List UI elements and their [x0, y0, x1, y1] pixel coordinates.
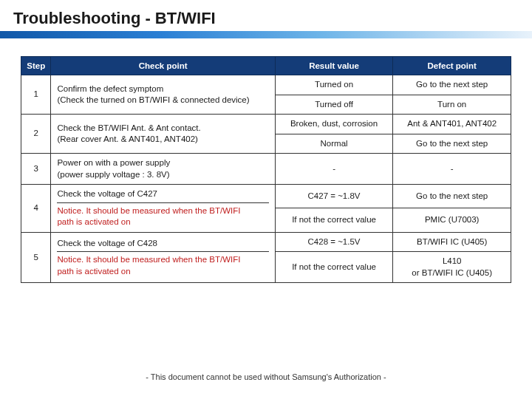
table-container: Step Check point Result value Defect poi…	[0, 43, 532, 283]
notice-text: Notice. It should be measured when the B…	[57, 255, 240, 264]
defect-point: BT/WIFI IC (U405)	[393, 232, 511, 252]
step-num: 5	[21, 232, 51, 283]
table-row: 1 Confirm the defect symptom (Check the …	[21, 75, 511, 95]
page-title: Troubleshooting - BT/WIFI	[13, 9, 519, 28]
col-check: Check point	[51, 57, 275, 75]
notice-text: Notice. It should be measured when the B…	[57, 206, 240, 215]
check-text: Check the voltage of C428	[57, 239, 157, 248]
table-row: 2 Check the BT/WIFI Ant. & Ant contact. …	[21, 115, 511, 134]
col-defect: Defect point	[393, 57, 511, 75]
check-point: Check the BT/WIFI Ant. & Ant contact. (R…	[51, 115, 275, 154]
result-value: C427 = ~1.8V	[275, 185, 393, 208]
inner-divider	[57, 251, 268, 252]
defect-point: L410 or BT/WIFI IC (U405)	[393, 252, 511, 283]
col-result: Result value	[275, 57, 393, 75]
check-text: Check the voltage of C427	[57, 189, 157, 198]
result-value: C428 = ~1.5V	[275, 232, 393, 252]
table-row: 5 Check the voltage of C428 Notice. It s…	[21, 232, 511, 252]
check-text: (power supply voltage : 3. 8V)	[57, 170, 169, 179]
footer-text: - This document cannot be used without S…	[0, 372, 532, 381]
defect-point: Go to the next step	[393, 185, 511, 208]
col-step: Step	[21, 57, 51, 75]
defect-point: Go to the next step	[393, 134, 511, 154]
check-text: (Check the turned on BT/WIFI & connected…	[57, 95, 249, 104]
check-text: Check the BT/WIFI Ant. & Ant contact.	[57, 123, 200, 132]
troubleshooting-table: Step Check point Result value Defect poi…	[21, 56, 511, 283]
inner-divider	[57, 202, 268, 203]
result-value: Turned on	[275, 75, 393, 95]
table-row: 3 Power on with a power supply (power su…	[21, 154, 511, 185]
table-header-row: Step Check point Result value Defect poi…	[21, 57, 511, 75]
result-value: If not the correct value	[275, 208, 393, 232]
check-point: Check the voltage of C427 Notice. It sho…	[51, 185, 275, 233]
notice-text: path is activated on	[57, 267, 130, 276]
defect-point: Ant & ANT401, ANT402	[393, 115, 511, 134]
notice-text: path is activated on	[57, 217, 130, 226]
header: Troubleshooting - BT/WIFI	[0, 0, 532, 43]
step-num: 4	[21, 185, 51, 233]
defect-point: Go to the next step	[393, 75, 511, 95]
title-underline	[0, 31, 532, 38]
check-text: Confirm the defect symptom	[57, 84, 163, 93]
check-point: Check the voltage of C428 Notice. It sho…	[51, 232, 275, 283]
check-text: (Rear cover Ant. & ANT401, ANT402)	[57, 134, 197, 143]
table-row: 4 Check the voltage of C427 Notice. It s…	[21, 185, 511, 208]
result-value: Turned off	[275, 95, 393, 115]
defect-point: -	[393, 154, 511, 185]
result-value: Normal	[275, 134, 393, 154]
result-value: -	[275, 154, 393, 185]
check-point: Confirm the defect symptom (Check the tu…	[51, 75, 275, 115]
result-value: Broken, dust, corrosion	[275, 115, 393, 134]
defect-point: PMIC (U7003)	[393, 208, 511, 232]
result-value: If not the correct value	[275, 252, 393, 283]
step-num: 1	[21, 75, 51, 115]
step-num: 2	[21, 115, 51, 154]
defect-point: Turn on	[393, 95, 511, 115]
check-point: Power on with a power supply (power supp…	[51, 154, 275, 185]
check-text: Power on with a power supply	[57, 158, 170, 167]
step-num: 3	[21, 154, 51, 185]
